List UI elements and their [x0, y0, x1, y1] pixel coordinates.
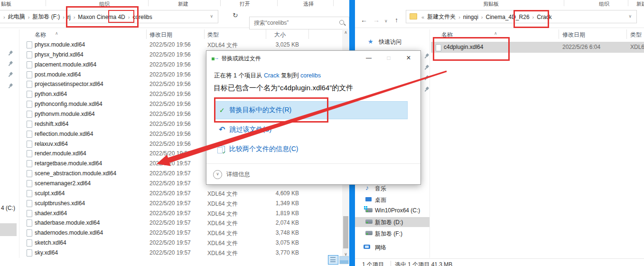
- column-header-type[interactable]: 类型: [630, 31, 642, 39]
- breadcrumb-item[interactable]: 新加卷 (F:): [31, 13, 61, 21]
- left-search-input[interactable]: 搜索“corelibs”: [249, 17, 349, 29]
- folder-icon: [410, 13, 417, 19]
- file-icon: [27, 160, 32, 167]
- ribbon-divider: [564, 0, 564, 6]
- file-row[interactable]: physx.module.xdl642022/5/20 19:56XDL64 文…: [21, 40, 342, 50]
- file-date: 2022/5/20 19:57: [149, 160, 191, 167]
- ribbon-divider: [333, 0, 334, 6]
- file-name: shaderbase.module.xdl64: [35, 219, 100, 226]
- scroll-up-icon[interactable]: ∧: [342, 28, 349, 36]
- file-icon: [27, 71, 32, 78]
- file-name: placement.module.xdl64: [35, 61, 96, 68]
- nav-item-drive-c-partial[interactable]: 4 (C:): [1, 205, 15, 211]
- file-date: 2022/5/20 19:56: [149, 150, 191, 157]
- close-icon[interactable]: ×: [399, 52, 419, 64]
- file-type: XDL64 文件: [207, 229, 238, 238]
- file-name: retargetbase.module.xdl64: [35, 160, 102, 167]
- sidebar-item[interactable]: 新加卷 (D:): [355, 217, 429, 227]
- file-row[interactable]: shaderbase.module.xdl642022/5/20 19:57XD…: [21, 218, 342, 228]
- thumbnail-view-toggle[interactable]: [339, 256, 349, 264]
- ribbon-divider: [220, 0, 221, 6]
- file-date: 2022/5/20 19:56: [149, 71, 191, 78]
- conflict-message: 目标已包含一个名为“c4dplugin.xdl64”的文件: [214, 84, 353, 93]
- ribbon-divider: [628, 0, 628, 6]
- refresh-icon[interactable]: ↻: [233, 11, 238, 19]
- file-row[interactable]: sketch.xdl642022/5/20 19:57XDL64 文件3,075…: [21, 238, 342, 248]
- minimize-icon[interactable]: —: [359, 52, 379, 64]
- skip-file-option[interactable]: ↶ 跳过该文件(S): [219, 125, 271, 134]
- quick-access-item[interactable]: ★ 快速访问: [368, 37, 401, 46]
- file-icon: [27, 61, 32, 68]
- file-type: XDL64 文件: [207, 190, 238, 198]
- file-icon: [27, 249, 32, 256]
- dialog-window-controls: — □ ×: [359, 52, 419, 64]
- sidebar-item-label: 新加卷 (F:): [375, 230, 402, 238]
- sidebar-item-label: 新加卷 (D:): [375, 218, 403, 227]
- column-header-type[interactable]: 类型: [207, 31, 219, 39]
- file-date: 2022/5/20 19:56: [149, 111, 191, 117]
- up-icon[interactable]: ↑: [395, 16, 398, 24]
- file-name: physx_hybrid.xdl64: [35, 51, 84, 58]
- file-name: shader.xdl64: [35, 210, 67, 217]
- nav-selected-item-partial[interactable]: [0, 223, 17, 236]
- column-header-date[interactable]: 修改日期: [149, 31, 172, 39]
- compare-files-option[interactable]: 比较两个文件的信息(C): [219, 145, 298, 153]
- pin-icon[interactable]: [6, 82, 13, 90]
- address-dropdown-icon[interactable]: ∨: [210, 14, 213, 19]
- back-icon[interactable]: ←: [361, 16, 367, 24]
- breadcrumb-item[interactable]: ningqi: [462, 14, 479, 20]
- file-name: render.module.xdl64: [35, 150, 86, 157]
- breadcrumb-separator: ›: [26, 14, 32, 20]
- column-header-date[interactable]: 修改日期: [562, 31, 585, 39]
- drive-icon: [365, 219, 373, 224]
- forward-icon[interactable]: →: [373, 16, 380, 24]
- file-name: relaxuv.xdl64: [35, 141, 68, 147]
- file-name: python.xdl64: [35, 91, 67, 97]
- file-name: sculpt.xdl64: [35, 190, 65, 197]
- file-icon: [27, 51, 32, 58]
- file-row[interactable]: shadernodes.module.xdl642022/5/20 19:57X…: [21, 228, 342, 238]
- file-date: 2022/5/20 19:57: [149, 229, 191, 236]
- file-row[interactable]: sky.xdl642022/5/20 19:57XDL64 文件3,770 KB: [21, 248, 342, 258]
- sidebar-item-label: 音乐: [375, 185, 386, 193]
- pin-icon[interactable]: [422, 74, 429, 82]
- file-date: 2022/5/20 19:56: [149, 131, 191, 137]
- file-icon: [27, 229, 32, 237]
- file-icon: [27, 121, 32, 128]
- right-status-bar: 1 个项目 选中 1 个项目 41.3 MB: [355, 258, 644, 266]
- sidebar-item[interactable]: 新加卷 (F:): [355, 228, 429, 238]
- sidebar-item[interactable]: 桌面: [355, 195, 429, 205]
- pin-icon[interactable]: [422, 86, 429, 93]
- column-header-name[interactable]: 名称: [35, 31, 46, 39]
- pin-icon[interactable]: [6, 49, 13, 57]
- pin-icon[interactable]: [422, 52, 429, 60]
- file-row[interactable]: sculpt.xdl642022/5/20 19:57XDL64 文件4,609…: [21, 189, 342, 199]
- breadcrumb-item[interactable]: 此电脑: [7, 13, 26, 21]
- file-row[interactable]: sculptbrushes.xdl642022/5/20 19:57XDL64 …: [21, 199, 342, 209]
- sidebar-item[interactable]: 网络: [355, 242, 429, 252]
- sidebar-item[interactable]: 音乐: [355, 183, 429, 193]
- pin-icon[interactable]: [6, 71, 13, 78]
- address-dropdown-icon[interactable]: ∨: [628, 14, 632, 19]
- sidebar-item[interactable]: Win10Prox64 (C:): [355, 206, 429, 216]
- pin-icon[interactable]: [6, 60, 13, 67]
- history-dropdown-icon[interactable]: ∨: [384, 19, 388, 23]
- file-size: 1,819 KB: [276, 210, 299, 217]
- left-scrollbar-thumb[interactable]: [343, 216, 348, 248]
- file-size: 3,770 KB: [276, 249, 299, 256]
- file-size: 3,025 KB: [276, 41, 299, 48]
- more-details-toggle[interactable]: ∨ 详细信息: [213, 170, 250, 179]
- file-date: 2022/5/20 19:57: [149, 249, 191, 256]
- file-date: 2022/5/26 6:04: [562, 44, 600, 50]
- search-icon[interactable]: [339, 20, 344, 25]
- annotation-box-replace-option: [214, 97, 328, 123]
- details-view-toggle[interactable]: [328, 255, 338, 265]
- file-row[interactable]: shader.xdl642022/5/20 19:57XDL64 文件1,819…: [21, 209, 342, 218]
- sidebar-item-label: 桌面: [375, 196, 386, 204]
- pin-icon[interactable]: [422, 64, 429, 71]
- column-header-size[interactable]: 大小: [274, 31, 286, 39]
- file-icon: [27, 41, 32, 48]
- dialog-separator: [206, 163, 420, 164]
- file-date: 2022/5/20 19:56: [149, 141, 191, 147]
- breadcrumb-item[interactable]: 新建文件夹: [426, 13, 457, 21]
